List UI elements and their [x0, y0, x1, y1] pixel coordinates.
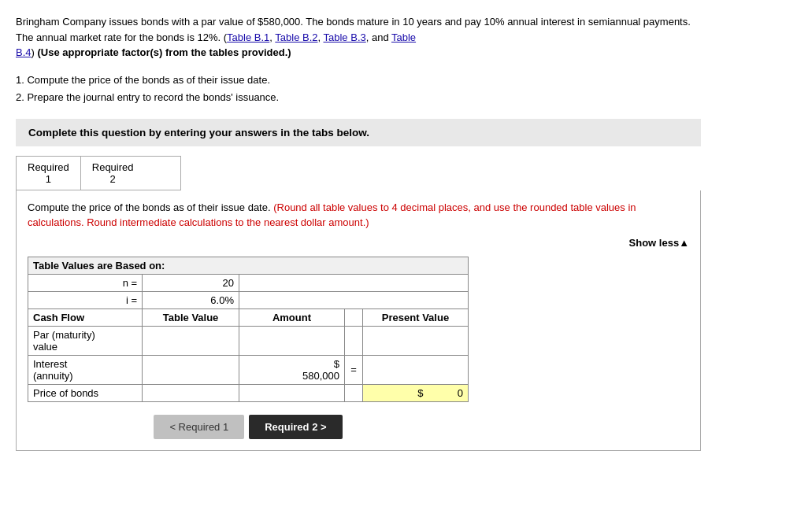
- tab-1-line1: Required: [28, 161, 69, 173]
- tab-required-1[interactable]: Required 1: [17, 157, 81, 190]
- compute-text: Compute the price of the bonds as of the…: [28, 200, 689, 231]
- table-b2-link[interactable]: Table B.2: [275, 31, 317, 43]
- table-row-interest: Interest(annuity) $580,000 =: [28, 355, 469, 384]
- tab-required-2[interactable]: Required 2: [81, 157, 145, 190]
- instruction-text: Complete this question by entering your …: [28, 127, 369, 139]
- show-less-button[interactable]: Show less▲: [629, 237, 689, 249]
- i-value-cell: 6.0%: [143, 291, 239, 308]
- interest-table-value-input[interactable]: [147, 364, 234, 375]
- task-2: 2. Prepare the journal entry to record t…: [16, 89, 781, 106]
- compute-text-normal: Compute the price of the bonds as of the…: [28, 201, 273, 213]
- interest-amount: $580,000: [239, 355, 344, 384]
- tab-1-line2: 1: [28, 173, 69, 185]
- interest-cashflow-label: Interest(annuity): [28, 355, 143, 384]
- task-1: 1. Compute the price of the bonds as of …: [16, 72, 781, 89]
- interest-eq: =: [344, 355, 362, 384]
- next-button[interactable]: Required 2 >: [249, 415, 342, 439]
- tabs-container: Required 1 Required 2: [16, 156, 181, 190]
- price-amount: [239, 384, 344, 401]
- i-label: i =: [28, 291, 143, 308]
- interest-pv-input[interactable]: [368, 364, 463, 375]
- table-row-price: Price of bonds $ 0: [28, 384, 469, 401]
- tab-2-line1: Required: [92, 161, 134, 173]
- bold-note: (Use appropriate factor(s) from the tabl…: [37, 46, 291, 58]
- n-row: n = 20: [28, 274, 469, 291]
- table-header: Table Values are Based on:: [28, 257, 469, 274]
- bottom-nav: < Required 1 Required 2 >: [28, 415, 469, 439]
- table-row-par: Par (maturity)value: [28, 326, 469, 355]
- table-b3-link[interactable]: Table B.3: [324, 31, 366, 43]
- price-cashflow-label: Price of bonds: [28, 384, 143, 401]
- content-area: Compute the price of the bonds as of the…: [16, 190, 701, 451]
- i-empty: [239, 291, 468, 308]
- show-less-container: Show less▲: [28, 237, 689, 249]
- intro-paragraph: Bringham Company issues bonds with a par…: [16, 14, 693, 61]
- task-list: 1. Compute the price of the bonds as of …: [16, 72, 781, 106]
- par-table-value-input[interactable]: [147, 334, 234, 346]
- par-cashflow-label: Par (maturity)value: [28, 326, 143, 355]
- interest-present-value[interactable]: [362, 355, 468, 384]
- col-presentvalue-header: Present Value: [362, 308, 468, 326]
- i-row: i = 6.0%: [28, 291, 469, 308]
- table-header-row: Table Values are Based on:: [28, 257, 469, 274]
- table-b1-link[interactable]: Table B.1: [227, 31, 269, 43]
- col-amount-header: Amount: [239, 308, 344, 326]
- bond-table: Table Values are Based on: n = 20 i = 6.…: [28, 257, 469, 402]
- price-table-value: [143, 384, 239, 401]
- n-value-cell: 20: [143, 274, 239, 291]
- par-eq: [344, 326, 362, 355]
- col-eq-header: [344, 308, 362, 326]
- n-label: n =: [28, 274, 143, 291]
- instruction-box: Complete this question by entering your …: [16, 119, 701, 146]
- price-eq: [344, 384, 362, 401]
- interest-table-value[interactable]: [143, 355, 239, 384]
- par-table-value[interactable]: [143, 326, 239, 355]
- par-present-value[interactable]: [362, 326, 468, 355]
- prev-button[interactable]: < Required 1: [154, 415, 244, 439]
- col-header-row: Cash Flow Table Value Amount Present Val…: [28, 308, 469, 326]
- par-pv-input[interactable]: [368, 334, 463, 346]
- col-tablevalue-header: Table Value: [143, 308, 239, 326]
- par-amount[interactable]: [239, 326, 344, 355]
- tab-2-line2: 2: [92, 173, 134, 185]
- par-amount-input[interactable]: [244, 334, 339, 346]
- col-cashflow-header: Cash Flow: [28, 308, 143, 326]
- n-empty: [239, 274, 468, 291]
- price-present-value[interactable]: $ 0: [362, 384, 468, 401]
